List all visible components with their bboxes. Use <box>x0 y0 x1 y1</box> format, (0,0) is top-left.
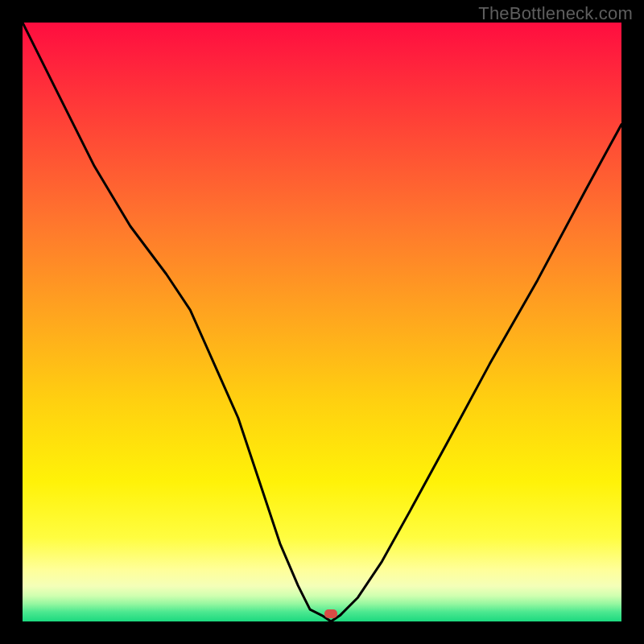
bottleneck-curve <box>23 23 621 621</box>
chart-frame: TheBottleneck.com <box>0 0 644 644</box>
optimal-point-marker <box>324 609 337 618</box>
watermark-text: TheBottleneck.com <box>478 3 633 24</box>
plot-area <box>23 23 621 621</box>
